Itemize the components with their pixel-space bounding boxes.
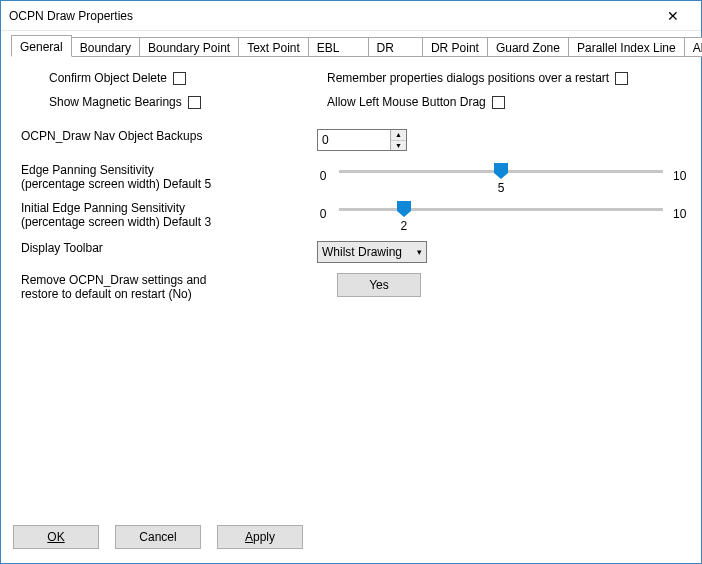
init-edge-pan-min: 0	[317, 207, 329, 221]
remove-settings-label-2: restore to default on restart (No)	[21, 287, 317, 301]
chevron-down-icon: ▼	[395, 142, 402, 149]
tab-guard-zone[interactable]: Guard Zone	[487, 37, 569, 57]
init-edge-pan-label-1: Initial Edge Panning Sensitivity	[21, 201, 317, 215]
close-icon: ✕	[667, 8, 679, 24]
remember-checkbox[interactable]	[615, 72, 628, 85]
nav-backup-spinner: ▲ ▼	[317, 129, 407, 151]
ok-button[interactable]: OK	[13, 525, 99, 549]
cancel-button[interactable]: Cancel	[115, 525, 201, 549]
tab-panel-general: Confirm Object Delete Show Magnetic Bear…	[11, 56, 691, 515]
remember-option: Remember properties dialogs positions ov…	[327, 71, 685, 85]
show-mag-option: Show Magnetic Bearings	[49, 95, 317, 109]
remember-label: Remember properties dialogs positions ov…	[327, 71, 609, 85]
init-edge-pan-label-2: (percentage screen width) Default 3	[21, 215, 317, 229]
cancel-button-label: Cancel	[139, 530, 176, 544]
show-mag-checkbox[interactable]	[188, 96, 201, 109]
tab-general[interactable]: General	[11, 35, 72, 57]
show-mag-label: Show Magnetic Bearings	[49, 95, 182, 109]
close-button[interactable]: ✕	[653, 2, 693, 30]
apply-button-label: Apply	[245, 530, 275, 544]
display-toolbar-combo[interactable]: Whilst Drawing ▾	[317, 241, 427, 263]
edge-pan-label-1: Edge Panning Sensitivity	[21, 163, 317, 177]
edge-pan-max: 10	[673, 169, 685, 183]
display-toolbar-value: Whilst Drawing	[322, 245, 402, 259]
dialog-window: OCPN Draw Properties ✕ General Boundary …	[0, 0, 702, 564]
init-edge-pan-slider[interactable]: 2	[339, 201, 663, 227]
tab-dr-point[interactable]: DR Point	[422, 37, 488, 57]
slider-track	[339, 208, 663, 211]
init-edge-pan-max: 10	[673, 207, 685, 221]
tab-boundary-point[interactable]: Boundary Point	[139, 37, 239, 57]
window-title: OCPN Draw Properties	[9, 9, 653, 23]
init-edge-pan-slider-row: 0 2 10	[317, 201, 685, 227]
edge-pan-value: 5	[498, 181, 505, 195]
confirm-delete-option: Confirm Object Delete	[49, 71, 317, 85]
allow-drag-option: Allow Left Mouse Button Drag	[327, 95, 685, 109]
allow-drag-label: Allow Left Mouse Button Drag	[327, 95, 486, 109]
edge-pan-slider[interactable]: 5	[339, 163, 663, 189]
display-toolbar-label: Display Toolbar	[21, 241, 103, 255]
remove-settings-label-1: Remove OCPN_Draw settings and	[21, 273, 317, 287]
tab-ebl[interactable]: EBL	[308, 37, 369, 57]
allow-drag-checkbox[interactable]	[492, 96, 505, 109]
nav-backup-label: OCPN_Draw Nav Object Backups	[21, 129, 202, 143]
nav-backup-spin-down[interactable]: ▼	[391, 141, 406, 151]
ok-button-label: OK	[47, 530, 64, 544]
tab-boundary[interactable]: Boundary	[71, 37, 140, 57]
edge-pan-min: 0	[317, 169, 329, 183]
init-edge-pan-thumb[interactable]	[397, 201, 411, 217]
edge-pan-thumb[interactable]	[494, 163, 508, 179]
nav-backup-input[interactable]	[318, 130, 390, 150]
chevron-up-icon: ▲	[395, 131, 402, 138]
yes-button-label: Yes	[369, 278, 389, 292]
tab-about[interactable]: About	[684, 37, 702, 57]
edge-pan-label-2: (percentage screen width) Default 5	[21, 177, 317, 191]
tab-strip: General Boundary Boundary Point Text Poi…	[1, 33, 701, 57]
titlebar: OCPN Draw Properties ✕	[1, 1, 701, 31]
remove-settings-yes-button[interactable]: Yes	[337, 273, 421, 297]
tab-text-point[interactable]: Text Point	[238, 37, 309, 57]
edge-pan-slider-row: 0 5 10	[317, 163, 685, 189]
tab-dr[interactable]: DR	[368, 37, 423, 57]
apply-button[interactable]: Apply	[217, 525, 303, 549]
chevron-down-icon: ▾	[417, 247, 422, 257]
nav-backup-spin-up[interactable]: ▲	[391, 130, 406, 141]
dialog-button-bar: OK Cancel Apply	[1, 515, 701, 563]
confirm-delete-label: Confirm Object Delete	[49, 71, 167, 85]
init-edge-pan-value: 2	[400, 219, 407, 233]
tab-parallel-index-line[interactable]: Parallel Index Line	[568, 37, 685, 57]
confirm-delete-checkbox[interactable]	[173, 72, 186, 85]
